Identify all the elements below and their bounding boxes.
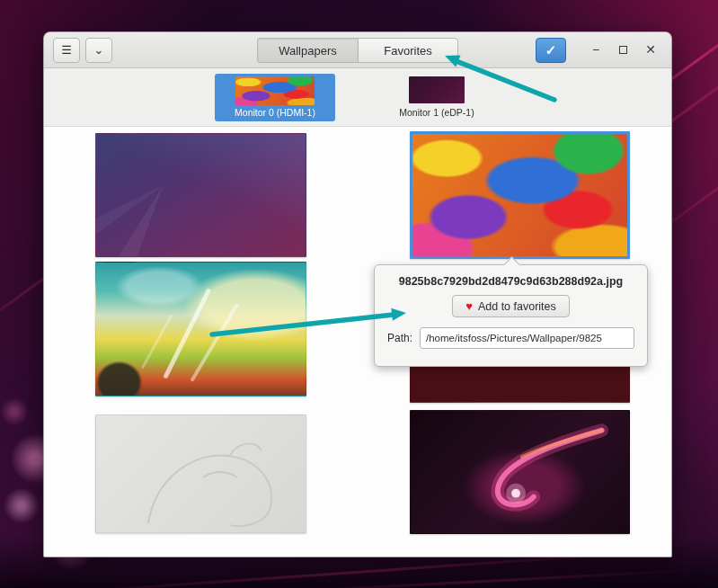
view-switcher: Wallpapers Favorites [257,38,458,63]
wallpaper-grid: 9825b8c7929bd2d8479c9d63b288d92a.jpg ♥ A… [44,127,671,557]
close-button[interactable]: ✕ [639,38,662,61]
heart-icon: ♥ [465,300,473,312]
maximize-icon [619,46,627,54]
maximize-button[interactable] [612,39,635,62]
window-controls: − ✕ [584,38,662,62]
apply-button[interactable]: ✓ [536,38,566,63]
wallpaper-thumbnail-gray-mascot[interactable] [95,414,306,533]
monitor-0-thumbnail [235,76,315,105]
close-icon: ✕ [645,42,656,57]
wallpaper-thumbnail-colorful-paint-selected[interactable] [410,131,630,259]
monitor-0-label: Monitor 0 (HDMI-1) [235,107,315,118]
tab-favorites-label: Favorites [384,44,431,58]
wallpaper-thumbnail-purple-polygons[interactable] [95,133,306,257]
minimize-button[interactable]: − [584,38,607,61]
chevron-down-icon: ⌄ [94,43,104,57]
wallpaper-thumbnail-watercolor-rockets[interactable] [95,262,306,396]
tab-wallpapers[interactable]: Wallpapers [257,38,358,63]
swirl-comet-graphic [411,411,629,533]
header-right-group: ✓ − ✕ [536,38,662,63]
checkmark-icon: ✓ [545,42,557,58]
rocket-trails-graphic [96,263,306,396]
monitor-item-1[interactable]: Monitor 1 (eDP-1) [378,76,495,118]
wallpaper-popover: 9825b8c7929bd2d8479c9d63b288d92a.jpg ♥ A… [374,264,648,367]
minimize-icon: − [592,42,599,57]
expand-button[interactable]: ⌄ [85,38,112,63]
mascot-outline-graphic [96,415,306,532]
wallpaper-thumbnail-pink-swirl[interactable] [410,410,630,534]
monitor-item-0[interactable]: Monitor 0 (HDMI-1) [215,74,335,121]
path-input[interactable] [420,327,634,349]
add-to-favorites-button[interactable]: ♥ Add to favorites [452,295,570,317]
hamburger-icon: ☰ [61,43,72,57]
path-row: Path: [375,327,647,349]
app-window: ☰ ⌄ Wallpapers Favorites ✓ − [43,31,672,557]
header-left-group: ☰ ⌄ [53,38,112,63]
monitor-1-thumbnail [409,76,465,103]
header-bar: ☰ ⌄ Wallpapers Favorites ✓ − [44,32,671,68]
monitor-1-label: Monitor 1 (eDP-1) [399,107,474,118]
tab-favorites[interactable]: Favorites [358,38,458,63]
menu-button[interactable]: ☰ [53,38,80,63]
popover-filename: 9825b8c7929bd2d8479c9d63b288d92a.jpg [375,275,647,288]
add-to-favorites-label: Add to favorites [478,300,556,313]
monitor-bar: Monitor 0 (HDMI-1) Monitor 1 (eDP-1) [44,68,671,127]
path-label: Path: [387,332,412,344]
tab-wallpapers-label: Wallpapers [279,44,337,58]
